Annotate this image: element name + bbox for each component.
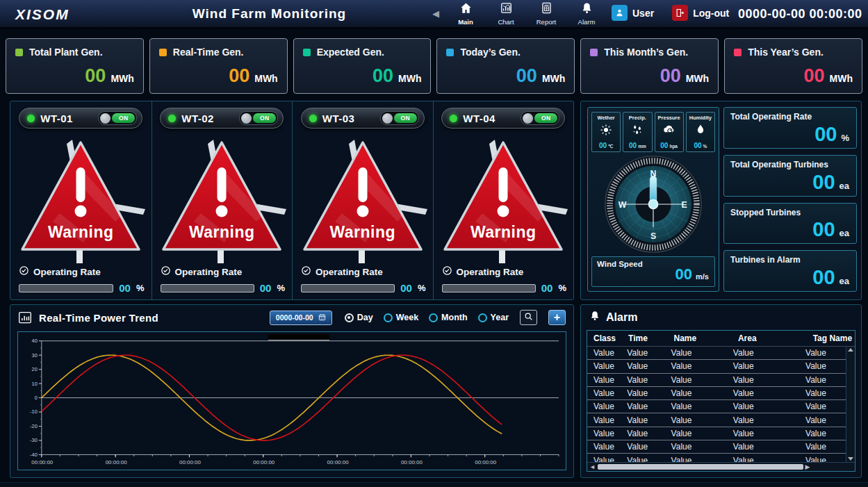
scroll-left-icon[interactable]: ◄ [589,464,596,470]
alarm-table-body: Value Value Value Value Value Value Valu… [587,347,846,462]
operating-rate-bar-row: 00 % [301,282,426,294]
compass-s-label: S [650,231,656,241]
turbine-on-toggle[interactable]: ON [98,111,137,125]
hscroll-thumb[interactable] [598,464,803,470]
compass-e-label: E [681,200,687,210]
operating-rate-bar-row: 00 % [19,282,145,294]
alarm-table-body-wrap: Value Value Value Value Value Value Valu… [587,347,855,462]
svg-text:-20: -20 [30,423,38,429]
scroll-down-icon[interactable] [848,457,853,461]
search-button[interactable] [520,310,537,325]
stat-unit: MWh [398,73,421,84]
alarm-table-row[interactable]: Value Value Value Value Value [587,427,846,440]
alarm-horizontal-scrollbar[interactable]: ◄ ▶ [587,462,855,471]
operating-rate-icon [442,265,452,279]
radio-month[interactable]: Month [429,313,467,322]
stat-unit: MWh [254,73,277,84]
alarm-table-row[interactable]: Value Value Value Value Value [587,400,846,413]
operating-rate-label: Operating Rate [316,267,383,277]
radio-week-circle [384,313,393,322]
date-picker-button[interactable]: 0000-00-00 [270,311,332,325]
weather-subpanel: Wether 00℃ Precip. [587,107,719,292]
summary-value: 00 [812,266,835,289]
operating-rate-unit: % [558,283,566,293]
warning-label: Warning [152,223,291,242]
alarm-table-row[interactable]: Value Value Value Value Value [587,374,846,387]
generation-stat-card: Real-Time Gen. 00 MWh [149,38,288,94]
logout-button[interactable]: Log-out [672,5,729,21]
alarm-table-row[interactable]: Value Value Value Value Value [587,440,846,454]
nav-item-main[interactable]: Main [450,1,481,26]
generation-stat-card: Today’s Gen. 00 MWh [436,38,575,94]
toggle-knob [241,113,252,124]
alarm-col-name: Name [667,333,731,343]
radio-day[interactable]: Day [345,313,373,322]
operating-rate-bar-row: 00 % [161,282,286,294]
summary-unit: ea [840,228,849,238]
nav-item-chart[interactable]: Chart [491,1,521,26]
user-icon [612,5,628,21]
home-icon [459,1,473,17]
alarm-table-row[interactable]: Value Value Value Value Value [587,454,846,462]
pressure-icon [662,123,676,140]
period-radio-group: Day Week Month Year [345,313,509,322]
turbine-on-toggle[interactable]: ON [521,111,559,125]
summary-value: 00 [814,123,837,146]
operating-rate-value: 00 [260,282,272,294]
alarm-table-row[interactable]: Value Value Value Value Value [587,413,846,427]
stat-value: 00 [229,65,249,87]
wind-farm-dashboard: XISOM Wind Farm Monitoring ◀ Main Cha [0,0,868,487]
report-icon [540,1,553,17]
scroll-right-icon[interactable]: ▶ [805,464,810,470]
fleet-summary-column: Total Operating Rate 00 % Total Operatin… [723,107,857,292]
stat-value: 00 [660,65,681,87]
turbine-graphic: Warning [11,131,150,263]
svg-text:00:00:00: 00:00:00 [31,459,54,465]
nav-left-arrow-icon[interactable]: ◀ [431,8,441,19]
radio-week[interactable]: Week [384,313,418,322]
turbine-status-panel: WT-01 ON Warning Operating Rate 00 % WT-… [10,101,574,300]
generation-stat-card: This Year’s Gen. 00 MWh [724,38,862,94]
svg-text:20: 20 [32,366,38,372]
turbine-graphic: Warning [434,131,573,263]
alarm-table-row[interactable]: Value Value Value Value Value [587,347,846,360]
turbine-column: WT-04 ON Warning Operating Rate 00 % [433,101,574,299]
radio-year[interactable]: Year [478,313,509,322]
stat-label: Total Plant Gen. [29,47,103,58]
stat-value: 00 [372,65,393,87]
scroll-up-icon[interactable] [848,348,853,352]
search-icon [524,311,533,324]
svg-text:00:00:00: 00:00:00 [327,459,350,465]
alarm-table-row[interactable]: Value Value Value Value Value [587,360,846,373]
stat-color-square [159,49,167,56]
summary-box: Turbines in Alarm 00 ea [723,250,857,292]
operating-rate-bar [301,284,395,292]
alarm-vertical-scrollbar[interactable] [846,347,855,462]
user-button[interactable]: User [612,5,654,21]
nav-item-alarm[interactable]: Alarm [571,1,602,26]
stat-label: This Month’s Gen. [604,47,688,58]
weather-cards-row: Wether 00℃ Precip. [591,112,715,152]
summary-label: Total Operating Turbines [730,160,828,170]
turbine-on-toggle[interactable]: ON [380,111,419,125]
stat-label: Today’s Gen. [460,47,520,58]
summary-box: Stopped Turbines 00 ea [723,203,857,245]
turbine-status-dot [27,115,35,122]
weather-card-pressure: Pressure 00hpa [655,112,684,152]
nav-item-report[interactable]: Report [531,1,562,26]
generation-stat-card: This Month’s Gen. 00 MWh [580,38,719,94]
alarm-header: Alarm [589,310,637,324]
operating-rate-value: 00 [400,282,412,294]
operating-rate-icon [161,265,171,279]
operating-rate-row: Operating Rate [19,265,101,279]
warning-label: Warning [11,223,150,242]
toggle-on-label: ON [534,113,557,123]
stat-color-square [15,49,23,56]
turbine-on-toggle[interactable]: ON [239,111,278,125]
alarm-table-row[interactable]: Value Value Value Value Value [587,387,846,400]
turbine-id: WT-03 [322,113,375,124]
svg-text:40: 40 [32,338,38,344]
add-button[interactable]: + [548,310,566,325]
stat-unit: MWh [542,73,565,84]
top-bar: XISOM Wind Farm Monitoring ◀ Main Cha [0,0,868,29]
